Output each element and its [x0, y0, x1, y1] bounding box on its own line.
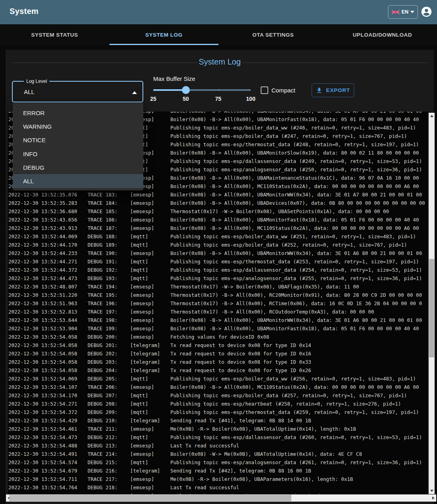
log-level: DEBUG 202:	[88, 349, 130, 358]
log-level-label: Log Level	[24, 78, 49, 84]
log-level: TRACE 195:	[88, 291, 130, 299]
scroll-up-arrow-icon[interactable]	[430, 115, 433, 117]
log-level: TRACE 183:	[88, 190, 130, 199]
log-message: Last Tx read successful	[170, 441, 239, 450]
menu-item-error[interactable]: ERROR	[13, 106, 143, 120]
log-timestamp: 2022-12-30 13:52:54.372	[8, 408, 88, 416]
vertical-scrollbar-thumb[interactable]	[429, 259, 434, 357]
log-row: 2022-12-30 13:52:54.711TRACE 217:[emsesp…	[8, 475, 428, 483]
menu-item-all[interactable]: ALL	[13, 174, 143, 188]
log-row: 2022-12-30 13:52:43.656TRACE 186:[emsesp…	[8, 216, 428, 224]
menu-item-info[interactable]: INFO	[13, 147, 143, 161]
log-timestamp: 2022-12-30 13:52:43.656	[8, 216, 88, 224]
log-level: DEBUG 188:	[88, 232, 130, 241]
log-message: Fetching values for deviceID 0x08	[170, 333, 269, 341]
log-message: Thermostat(0x17) -B-> All(0x00), RCTime(…	[170, 299, 422, 308]
log-source: [mqtt]	[130, 391, 170, 400]
log-row: 2022-12-30 13:52:54.679DEBUG 216:[telegr…	[8, 467, 428, 475]
vertical-scrollbar[interactable]	[429, 113, 435, 494]
log-message: Publishing topic ems-esp/analogsensor_da…	[170, 165, 422, 174]
log-row: 2022-12-30 13:52:54.058DEBUG 201:[telegr…	[8, 341, 428, 349]
log-level: TRACE 198:	[88, 316, 130, 324]
log-source: [emsesp]	[130, 333, 170, 341]
menu-item-notice[interactable]: NOTICE	[13, 133, 143, 147]
slider-mark-25: 25	[145, 96, 161, 102]
slider-thumb[interactable]	[182, 86, 190, 94]
horizontal-scrollbar-thumb[interactable]	[9, 495, 291, 501]
log-timestamp: 2022-12-30 13:52:54.473	[8, 433, 88, 441]
download-icon	[316, 87, 323, 94]
log-level: DEBUG 210:	[88, 416, 130, 425]
compact-label: Compact	[271, 87, 295, 94]
log-message: Sending read Tx [#42], telegram: 0B 88 1…	[170, 467, 311, 475]
section-heading-text: System Log	[199, 57, 241, 66]
log-level-select[interactable]: Log Level ALL	[12, 81, 143, 102]
log-row: 2022-12-30 13:52:44.170DEBUG 189:[mqtt]P…	[8, 241, 428, 249]
log-row: 2022-12-30 13:52:54.372DEBUG 209:[mqtt]P…	[8, 408, 428, 416]
log-level: TRACE 206:	[88, 383, 130, 391]
log-level: TRACE 217:	[88, 475, 130, 483]
log-message: Boiler(0x08) -B-> All(0x00), MC110Status…	[170, 224, 419, 232]
scroll-right-arrow-icon[interactable]	[432, 496, 435, 500]
log-row: 2022-12-30 13:52:54.461TRACE 211:[emsesp…	[8, 425, 428, 433]
tab-ota-settings[interactable]: OTA SETTINGS	[218, 24, 328, 45]
log-timestamp: 2022-12-30 13:52:54.764	[8, 483, 88, 492]
slider-tick-100	[250, 90, 250, 90]
log-level: DEBUG 201:	[88, 341, 130, 349]
log-source: [mqtt]	[130, 433, 170, 441]
log-row: 2022-12-30 13:52:51.963TRACE 196:[emsesp…	[8, 299, 428, 308]
log-timestamp: 2022-12-30 13:52:54.058	[8, 366, 88, 375]
log-timestamp: 2022-12-30 13:52:54.574	[8, 458, 88, 467]
log-row: 2022-12-30 13:52:44.473DEBUG 193:[mqtt]P…	[8, 274, 428, 282]
log-source: [emsesp]	[130, 291, 170, 299]
log-timestamp: 2022-12-30 13:52:43.913	[8, 224, 88, 232]
log-row: 2022-12-30 13:52:54.768TRACE 219:[emsesp…	[8, 492, 428, 494]
log-message: Boiler(0x08) -W-> Me(0x0B), UBAParameter…	[170, 492, 419, 494]
log-level: TRACE 187:	[88, 224, 130, 232]
log-level: TRACE 194:	[88, 282, 130, 291]
log-level: TRACE 219:	[88, 492, 130, 494]
log-message: Publishing topic ems-esp/boiler_data (#2…	[170, 132, 407, 140]
compact-checkbox[interactable]	[261, 86, 268, 94]
tab-system-status[interactable]: SYSTEM STATUS	[0, 24, 109, 45]
scroll-down-arrow-icon[interactable]	[430, 490, 433, 492]
tab-upload-download[interactable]: UPLOAD/DOWNLOAD	[328, 24, 437, 45]
log-message: Last Tx read successful	[170, 483, 239, 492]
log-source: [telegram]	[130, 467, 170, 475]
menu-item-warning[interactable]: WARNING	[13, 120, 143, 133]
export-button[interactable]: EXPORT	[312, 83, 354, 97]
log-level: DEBUG 200:	[88, 333, 130, 341]
log-level: DEBUG 212:	[88, 433, 130, 441]
log-message: Boiler(0x08) -B-> All(0x00), UBAMonitorF…	[170, 324, 419, 333]
menu-item-debug[interactable]: DEBUG	[13, 161, 143, 174]
account-circle-icon[interactable]	[421, 6, 432, 18]
log-level: DEBUG 191:	[88, 257, 130, 266]
log-timestamp: 2022-12-30 13:52:54.058	[8, 358, 88, 366]
log-message: Boiler(0x08) -B-> All(0x00), UBAMonitorW…	[170, 112, 422, 115]
log-row: 2022-12-30 13:52:54.271DEBUG 208:[mqtt]P…	[8, 400, 428, 408]
buffer-size-slider[interactable]	[153, 86, 251, 94]
log-timestamp: 2022-12-30 13:52:36.680	[8, 207, 88, 216]
log-message: Boiler(0x08) -B-> All(0x00), UBAMonitorW…	[170, 316, 422, 324]
log-level: DEBUG 207:	[88, 391, 130, 400]
log-level: TRACE 199:	[88, 324, 130, 333]
log-source: [emsesp]	[130, 425, 170, 433]
log-timestamp: 2022-12-30 13:52:54.429	[8, 416, 88, 425]
log-row: 2022-12-30 13:52:54.764DEBUG 218:[emsesp…	[8, 483, 428, 492]
horizontal-scrollbar[interactable]	[6, 494, 436, 502]
log-row: 2022-12-30 13:52:48.807TRACE 194:[emsesp…	[8, 282, 428, 291]
language-selector-button[interactable]: EN	[388, 5, 418, 19]
log-source: [telegram]	[130, 349, 170, 358]
log-row: 2022-12-30 13:52:44.372DEBUG 192:[mqtt]P…	[8, 266, 428, 274]
log-source: [emsesp]	[130, 316, 170, 324]
chevron-up-icon	[132, 91, 137, 94]
chevron-down-icon	[410, 11, 414, 13]
log-source: [emsesp]	[130, 450, 170, 458]
uk-flag-icon	[392, 10, 400, 14]
log-message: Publishing topic ems-esp/thermostat_data…	[170, 257, 419, 266]
log-message: Me(0x0B) -R-> Boiler(0x08), UBAParameter…	[170, 475, 353, 483]
log-source: [mqtt]	[130, 400, 170, 408]
log-row: 2022-12-30 13:52:53.904TRACE 199:[emsesp…	[8, 324, 428, 333]
tab-system-log[interactable]: SYSTEM LOG	[109, 24, 219, 45]
log-source: [emsesp]	[130, 199, 170, 207]
